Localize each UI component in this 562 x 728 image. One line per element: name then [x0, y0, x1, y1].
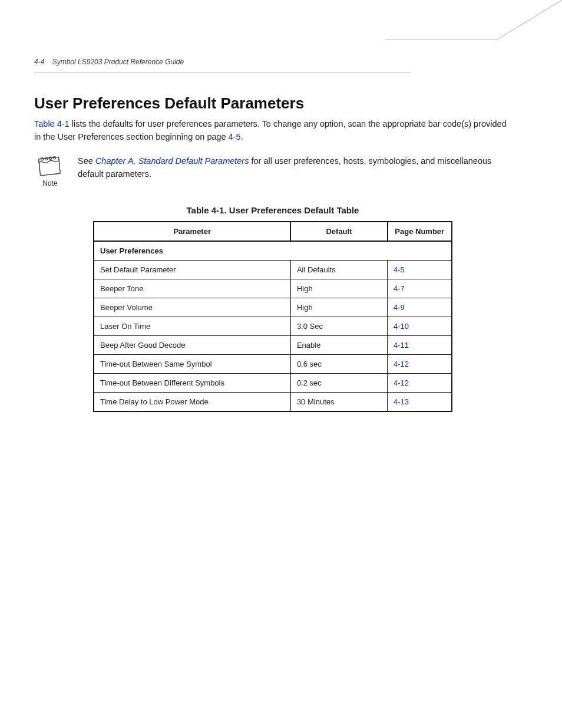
col-default: Default — [290, 222, 387, 241]
col-page: Page Number — [388, 222, 452, 241]
default-cell: High — [290, 279, 387, 298]
page-ref-link[interactable]: 4-5 — [229, 132, 241, 141]
param-cell: Time-out Between Different Symbols — [94, 373, 290, 392]
table-section-row: User Preferences — [94, 241, 452, 261]
default-cell: 30 Minutes — [290, 392, 387, 411]
table-row: Time-out Between Same Symbol 0.6 sec 4-1… — [94, 354, 452, 373]
page-number: 4-4 — [34, 58, 44, 66]
col-parameter: Parameter — [94, 222, 290, 241]
table-row: Set Default Parameter All Defaults 4-5 — [94, 260, 452, 279]
running-header: 4-4 Symbol LS9203 Product Reference Guid… — [34, 58, 411, 73]
page-link[interactable]: 4-10 — [394, 322, 409, 331]
param-cell: Time-out Between Same Symbol — [94, 354, 290, 373]
corner-cut-decoration — [385, 0, 562, 71]
section-heading: User Preferences Default Parameters — [34, 94, 511, 113]
table-row: Time Delay to Low Power Mode 30 Minutes … — [94, 392, 452, 411]
page-link[interactable]: 4-13 — [394, 397, 409, 406]
intro-text-1: lists the defaults for user preferences … — [34, 119, 507, 141]
param-cell: Set Default Parameter — [94, 260, 290, 279]
default-cell: 0.6 sec — [290, 354, 387, 373]
doc-title: Symbol LS9203 Product Reference Guide — [52, 58, 184, 66]
page-link[interactable]: 4-5 — [394, 265, 405, 274]
page-link[interactable]: 4-12 — [394, 360, 409, 368]
table-header-row: Parameter Default Page Number — [94, 222, 452, 241]
param-cell: Beeper Volume — [94, 298, 290, 317]
page-link[interactable]: 4-9 — [394, 303, 405, 312]
table-ref-link[interactable]: Table 4-1 — [34, 119, 70, 129]
table-row: Beeper Volume High 4-9 — [94, 298, 452, 317]
note-text: See Chapter A, Standard Default Paramete… — [78, 154, 511, 181]
section-cell: User Preferences — [94, 241, 452, 261]
default-cell: All Defaults — [290, 260, 387, 279]
chapter-a-link[interactable]: Chapter A, Standard Default Parameters — [95, 156, 249, 166]
table-caption: Table 4-1. User Preferences Default Tabl… — [34, 205, 511, 215]
note-label: Note — [34, 179, 66, 187]
table-row: Beep After Good Decode Enable 4-11 — [94, 335, 452, 354]
default-cell: 0.2 sec — [290, 373, 387, 392]
param-cell: Time Delay to Low Power Mode — [94, 392, 290, 411]
table-row: Laser On Time 3.0 Sec 4-10 — [94, 317, 452, 335]
note-block: Note See Chapter A, Standard Default Par… — [34, 154, 511, 187]
table-row: Beeper Tone High 4-7 — [94, 279, 452, 298]
param-cell: Beeper Tone — [94, 279, 290, 298]
intro-text-2: . — [241, 132, 243, 141]
default-cell: High — [290, 298, 387, 317]
default-cell: Enable — [290, 335, 387, 354]
note-prefix: See — [78, 156, 95, 166]
page-link[interactable]: 4-11 — [394, 341, 409, 350]
note-icon: Note — [34, 154, 66, 187]
page-link[interactable]: 4-7 — [394, 284, 405, 293]
default-cell: 3.0 Sec — [290, 317, 387, 335]
table-row: Time-out Between Different Symbols 0.2 s… — [94, 373, 452, 392]
preferences-table: Parameter Default Page Number User Prefe… — [93, 221, 452, 412]
param-cell: Beep After Good Decode — [94, 335, 290, 354]
intro-paragraph: Table 4-1 lists the defaults for user pr… — [34, 117, 511, 144]
param-cell: Laser On Time — [94, 317, 290, 335]
page-link[interactable]: 4-12 — [394, 378, 409, 387]
